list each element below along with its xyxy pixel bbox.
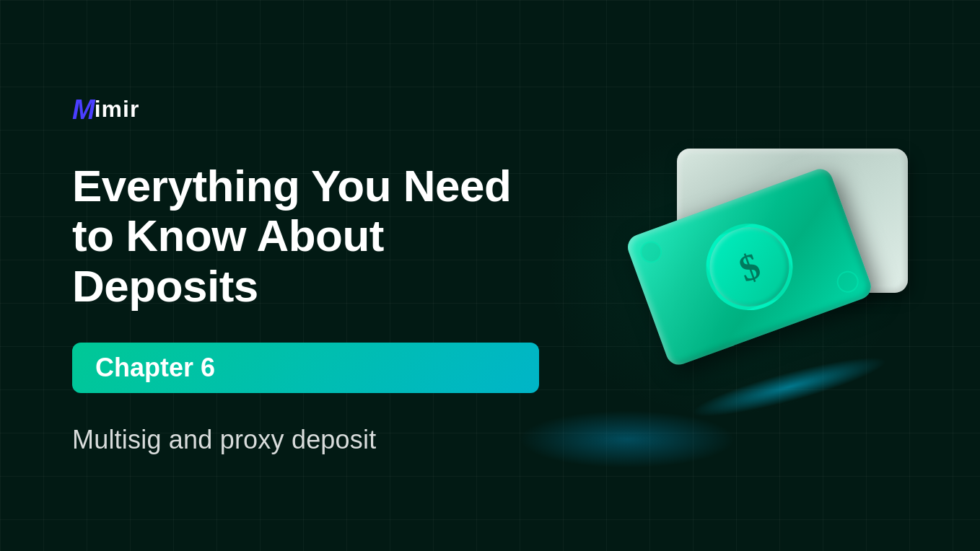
- main-title: Everything You Need to Know About Deposi…: [72, 161, 539, 311]
- chapter-badge-text: Chapter 6: [95, 353, 215, 382]
- bill-front-corner-br: [834, 268, 862, 296]
- subtitle: Multisig and proxy deposit: [72, 425, 539, 455]
- bill-front-dollar-sign: $: [734, 244, 766, 290]
- logo-m-letter: M: [72, 96, 95, 123]
- bill-front-inner: $: [694, 211, 805, 322]
- bill-front-corner-tl: [637, 238, 665, 265]
- bill-shadow: [688, 347, 891, 427]
- logo-text: imir: [95, 96, 140, 123]
- logo: M imir: [72, 96, 539, 123]
- page-container: M imir Everything You Need to Know About…: [0, 0, 980, 551]
- content-right: $ $: [539, 0, 980, 551]
- money-illustration: $ $: [574, 90, 945, 461]
- content-left: M imir Everything You Need to Know About…: [0, 96, 539, 455]
- bill-front: $: [624, 166, 875, 369]
- chapter-badge: Chapter 6: [72, 343, 539, 393]
